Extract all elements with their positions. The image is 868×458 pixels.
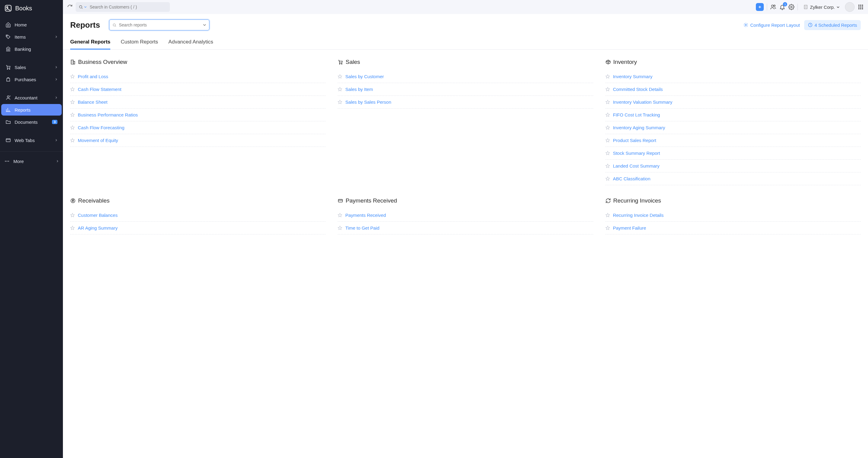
star-icon[interactable] [606, 125, 610, 130]
star-icon[interactable] [606, 87, 610, 91]
org-picker[interactable]: Zylker Corp. [801, 5, 842, 10]
brand-logo[interactable]: Books [0, 0, 63, 17]
sidebar-item-home[interactable]: Home [1, 19, 62, 30]
section-title: Receivables [70, 197, 326, 204]
star-icon[interactable] [338, 74, 342, 79]
report-link[interactable]: Time to Get Paid [345, 225, 379, 231]
star-icon[interactable] [70, 226, 75, 230]
sidebar-item-purchases[interactable]: Purchases [1, 74, 62, 85]
star-icon[interactable] [606, 226, 610, 230]
report-row: Sales by Item [338, 83, 593, 96]
tab-custom-reports[interactable]: Custom Reports [121, 36, 158, 49]
report-link[interactable]: Profit and Loss [78, 74, 108, 79]
add-button[interactable] [756, 3, 764, 11]
notifications-icon[interactable]: 1 [779, 4, 785, 10]
report-row: Committed Stock Details [606, 83, 861, 96]
star-icon[interactable] [606, 113, 610, 117]
configure-report-layout-button[interactable]: Configure Report Layout [743, 23, 800, 28]
sidebar-item-documents[interactable]: Documents 3 [1, 116, 62, 128]
report-link[interactable]: Cash Flow Statement [78, 87, 121, 92]
chevron-down-icon [837, 6, 839, 8]
sidebar-item-accountant[interactable]: Accountant [1, 92, 62, 104]
svg-rect-6 [6, 139, 10, 142]
report-link[interactable]: FIFO Cost Lot Tracking [613, 112, 660, 117]
reload-button[interactable] [67, 4, 73, 10]
apps-grid-icon[interactable] [858, 4, 864, 10]
scheduled-reports-button[interactable]: 4 Scheduled Reports [804, 20, 861, 30]
sidebar-item-sales[interactable]: Sales [1, 61, 62, 73]
chevron-right-icon [55, 36, 57, 38]
star-icon[interactable] [606, 176, 610, 181]
users-icon[interactable] [770, 4, 776, 10]
sidebar-item-items[interactable]: Items [1, 31, 62, 42]
report-link[interactable]: Inventory Aging Summary [613, 125, 665, 130]
star-icon[interactable] [606, 213, 610, 218]
sidebar-item-label: Reports [14, 107, 57, 113]
chevron-down-icon[interactable] [203, 23, 206, 26]
star-icon[interactable] [606, 100, 610, 104]
report-link[interactable]: Payments Received [345, 212, 386, 218]
star-icon[interactable] [70, 113, 75, 117]
more-icon [4, 159, 10, 164]
report-link[interactable]: AR Aging Summary [78, 225, 118, 231]
report-search[interactable] [109, 20, 209, 30]
star-icon[interactable] [70, 87, 75, 91]
svg-point-13 [791, 6, 792, 8]
sidebar-item-web-tabs[interactable]: Web Tabs [1, 135, 62, 146]
report-link[interactable]: Movement of Equity [78, 138, 118, 143]
main: 1 Zylker Corp. Reports [63, 0, 868, 458]
report-link[interactable]: Stock Summary Report [613, 150, 660, 156]
svg-point-10 [79, 5, 82, 8]
star-icon[interactable] [338, 226, 342, 230]
sidebar-item-banking[interactable]: Banking [1, 43, 62, 55]
global-search-input[interactable] [90, 5, 167, 9]
report-link[interactable]: Sales by Sales Person [345, 99, 391, 105]
report-link[interactable]: Inventory Summary [613, 74, 653, 79]
report-link[interactable]: Payment Failure [613, 225, 646, 231]
tab-general-reports[interactable]: General Reports [70, 36, 110, 49]
report-link[interactable]: Business Performance Ratios [78, 112, 138, 117]
star-icon[interactable] [70, 213, 75, 218]
settings-icon[interactable] [788, 4, 795, 10]
report-link[interactable]: Committed Stock Details [613, 87, 663, 92]
star-icon[interactable] [606, 74, 610, 79]
star-icon[interactable] [70, 125, 75, 130]
sidebar-item-reports[interactable]: Reports [1, 104, 62, 116]
svg-point-9 [8, 161, 9, 162]
report-link[interactable]: ABC Classification [613, 176, 650, 181]
star-icon[interactable] [70, 74, 75, 79]
star-icon[interactable] [70, 100, 75, 104]
star-icon[interactable] [338, 87, 342, 91]
report-link[interactable]: Inventory Valuation Summary [613, 99, 673, 105]
star-icon[interactable] [606, 164, 610, 168]
section-title: Inventory [606, 59, 861, 65]
report-link[interactable]: Cash Flow Forecasting [78, 125, 124, 130]
report-link[interactable]: Sales by Customer [345, 74, 384, 79]
svg-rect-23 [862, 8, 863, 9]
webtabs-icon [5, 138, 11, 143]
report-link[interactable]: Customer Balances [78, 212, 118, 218]
page-header: Reports Configure Report Layout 4 Schedu… [63, 14, 868, 36]
svg-rect-32 [339, 200, 343, 202]
star-icon[interactable] [338, 213, 342, 218]
global-search[interactable] [76, 2, 170, 12]
report-link[interactable]: Sales by Item [345, 87, 373, 92]
accountant-icon [5, 95, 11, 101]
sidebar-item-more[interactable]: More [0, 155, 63, 167]
report-search-input[interactable] [119, 23, 203, 27]
star-icon[interactable] [338, 100, 342, 104]
star-icon[interactable] [70, 138, 75, 143]
report-row: Time to Get Paid [338, 222, 593, 234]
chevron-down-icon[interactable] [84, 6, 87, 8]
avatar[interactable] [845, 2, 855, 12]
star-icon[interactable] [606, 151, 610, 155]
report-link[interactable]: Landed Cost Summary [613, 163, 659, 169]
report-row: Inventory Summary [606, 70, 861, 83]
report-link[interactable]: Product Sales Report [613, 138, 656, 143]
report-link[interactable]: Recurring Invoice Details [613, 212, 664, 218]
report-row: Product Sales Report [606, 134, 861, 147]
star-icon[interactable] [606, 138, 610, 143]
tab-advanced-analytics[interactable]: Advanced Analytics [168, 36, 213, 49]
card-icon [338, 198, 343, 203]
report-link[interactable]: Balance Sheet [78, 99, 107, 105]
